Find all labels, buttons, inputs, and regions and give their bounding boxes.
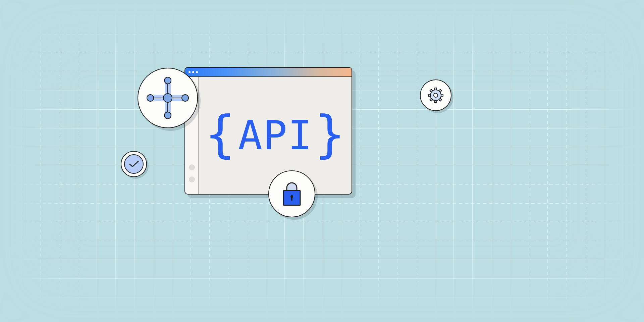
sidebar-dot — [189, 176, 195, 182]
svg-rect-13 — [291, 197, 292, 201]
brace-right: } — [315, 109, 345, 159]
nodes-badge — [138, 68, 198, 128]
svg-point-7 — [182, 95, 189, 101]
api-label: { API } — [205, 110, 345, 161]
lock-icon — [268, 170, 315, 217]
gear-badge — [420, 79, 451, 111]
svg-point-6 — [147, 95, 154, 101]
check-badge — [121, 151, 147, 177]
window-titlebar — [185, 68, 352, 77]
brace-left: { — [205, 109, 236, 159]
svg-point-10 — [434, 93, 438, 97]
svg-point-4 — [164, 77, 171, 84]
svg-point-5 — [164, 112, 171, 119]
api-text: API — [238, 115, 313, 156]
nodes-icon — [138, 68, 198, 128]
check-icon — [121, 151, 147, 177]
lock-badge — [268, 170, 315, 217]
svg-point-8 — [163, 94, 172, 102]
gear-icon — [420, 79, 451, 111]
sidebar-dot — [189, 164, 195, 170]
